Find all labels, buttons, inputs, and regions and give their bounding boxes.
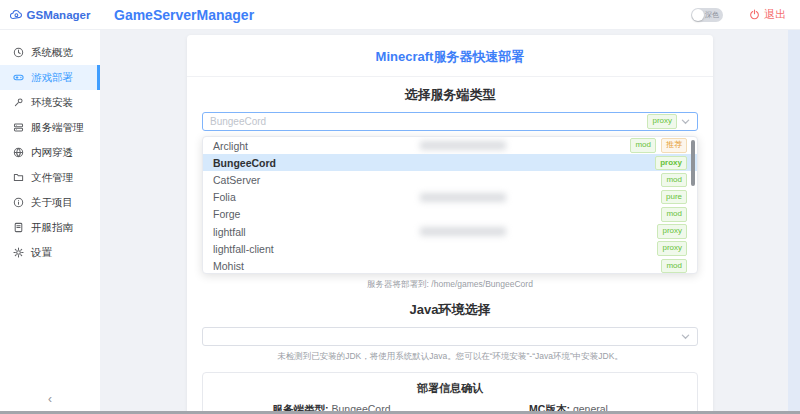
dropdown-option-forge[interactable]: Forge mod [203,206,697,223]
sidebar-item-label: 内网穿透 [31,146,73,160]
page-title: Minecraft服务器快速部署 [202,45,698,67]
dropdown-option-catserver[interactable]: CatServer mod [203,171,697,188]
sidebar-item-label: 服务端管理 [31,121,84,135]
sidebar-item-game-deploy[interactable]: 游戏部署 [0,65,100,90]
page-scrollbar[interactable] [788,30,800,414]
toggle-label: 深色 [705,11,719,18]
topbar-actions: 深色 退出 [691,7,800,22]
dropdown-option-folia[interactable]: Folia pure [203,189,697,206]
java-heading: Java环境选择 [202,301,698,319]
deploy-info-card: 部署信息确认 服务端类型:BungeeCord MC版本:general 构建版… [202,372,698,414]
deploy-info-heading: 部署信息确认 [213,381,687,396]
power-icon [749,9,760,20]
sidebar-item-label: 关于项目 [31,196,73,210]
sidebar-item-files[interactable]: 文件管理 [0,165,100,190]
sidebar-item-settings[interactable]: 设置 [0,240,100,265]
option-tag: mod [661,173,687,188]
dropdown-option-mohist[interactable]: Mohist mod [203,257,697,274]
sidebar-item-label: 系统概览 [31,46,73,60]
gamepad-icon [13,72,24,83]
option-tag: proxy [657,224,687,239]
chevron-down-icon [681,117,690,126]
option-label: Mohist [213,260,661,272]
server-type-select-value: BungeeCord [210,116,641,127]
sidebar-collapse-button[interactable]: ‹ [0,392,100,406]
server-type-dropdown: Arclight mod推荐 BungeeCord proxy CatServe… [202,136,698,274]
guide-icon [13,222,24,233]
option-tag: 推荐 [661,138,687,153]
sidebar-item-label: 环境安装 [31,96,73,110]
option-label: CatServer [213,174,661,186]
dropdown-option-arclight[interactable]: Arclight mod推荐 [203,137,697,154]
server-type-select-tag: proxy [647,114,677,129]
folder-icon [13,172,24,183]
redacted-text [420,193,506,202]
sidebar-item-env-install[interactable]: 环境安装 [0,90,100,115]
option-tag: mod [661,259,687,274]
server-type-heading: 选择服务端类型 [202,86,698,104]
sidebar-item-label: 游戏部署 [31,71,73,85]
sidebar-item-label: 文件管理 [31,171,73,185]
dropdown-option-lightfall-client[interactable]: lightfall-client proxy [203,240,697,257]
option-label: BungeeCord [213,157,655,169]
option-tag: proxy [655,156,687,171]
divider [187,76,713,77]
java-note: 未检测到已安装的JDK，将使用系统默认Java。您可以在“环境安装”-“Java… [202,351,698,363]
redacted-text [420,227,506,236]
network-icon [13,147,24,158]
logout-label: 退出 [764,7,786,22]
sidebar-item-guide[interactable]: 开服指南 [0,215,100,240]
option-label: Forge [213,208,661,220]
main-content: Minecraft服务器快速部署 选择服务端类型 BungeeCord prox… [100,30,800,414]
sidebar-item-label: 设置 [31,246,52,260]
dropdown-option-lightfall[interactable]: lightfall proxy [203,223,697,240]
logo: GSManager [0,9,100,21]
option-tag: mod [661,207,687,222]
wrench-icon [13,97,24,108]
deploy-path-note: 服务器将部署到: /home/games/BungeeCord [202,279,698,291]
redacted-text [420,141,506,150]
deploy-card: Minecraft服务器快速部署 选择服务端类型 BungeeCord prox… [187,35,713,414]
sidebar-item-tunnel[interactable]: 内网穿透 [0,140,100,165]
logout-button[interactable]: 退出 [749,7,786,22]
logo-text: GSManager [27,9,91,21]
dropdown-scrollbar[interactable] [691,140,695,186]
server-icon [13,122,24,133]
option-label: lightfall-client [213,243,657,255]
app-window: GSManager GameServerManager 深色 退出 [0,0,800,414]
server-type-select[interactable]: BungeeCord proxy [202,112,698,131]
option-tag: pure [661,190,687,205]
app-title: GameServerManager [114,7,691,23]
chevron-down-icon [681,332,690,341]
toggle-knob [692,9,704,21]
clock-icon [13,47,24,58]
info-icon [13,197,24,208]
sidebar-item-label: 开服指南 [31,221,73,235]
sidebar-item-server-manage[interactable]: 服务端管理 [0,115,100,140]
gear-icon [13,247,24,258]
dropdown-option-bungeecord[interactable]: BungeeCord proxy [203,154,697,171]
option-tag: mod [630,138,656,153]
sidebar-item-overview[interactable]: 系统概览 [0,40,100,65]
option-tag: proxy [657,241,687,256]
topbar: GSManager GameServerManager 深色 退出 [0,0,800,30]
cloud-logo-icon [10,9,23,20]
sidebar-item-about[interactable]: 关于项目 [0,190,100,215]
sidebar: 系统概览 游戏部署 环境安装 服务端管理 内网穿透 文件管理 [0,30,100,414]
java-select[interactable] [202,327,698,346]
theme-toggle[interactable]: 深色 [691,8,723,22]
